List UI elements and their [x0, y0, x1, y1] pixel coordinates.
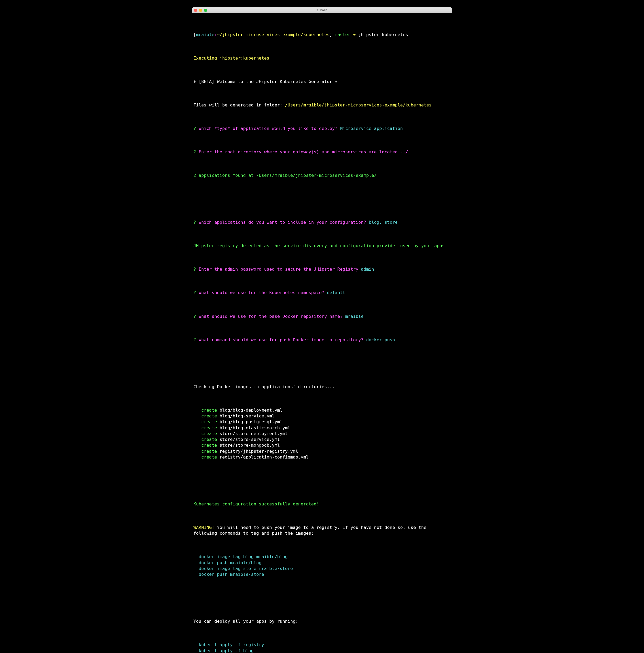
terminal-window: 1. bash [mraible:~/jhipster-microservice… — [192, 7, 452, 653]
blank-line — [193, 595, 451, 601]
create-label: create — [201, 431, 217, 436]
create-file-line: create store/store-mongodb.yml — [193, 442, 451, 448]
create-file-line: create registry/jhipster-registry.yml — [193, 449, 451, 454]
question-answer: blog, store — [369, 220, 398, 225]
question-answer: admin — [361, 267, 374, 272]
files-prefix: Files will be generated in folder: — [193, 102, 285, 107]
create-file-line: create blog/blog-postgresql.yml — [193, 419, 451, 425]
kubectl-command-line: kubectl apply -f blog — [193, 648, 451, 653]
beta-welcome-text: [BETA] Welcome to the JHipster Kubernete… — [199, 79, 337, 84]
docker-command-line: docker image tag blog mraible/blog — [193, 554, 451, 560]
create-label: create — [201, 413, 217, 418]
question-text: What should we use for the base Docker r… — [199, 314, 345, 319]
kubectl-command-line: kubectl apply -f registry — [193, 642, 451, 648]
question-namespace: ? What should we use for the Kubernetes … — [193, 290, 451, 296]
create-filename: blog/blog-postgresql.yml — [219, 419, 282, 424]
success-line: Kubernetes configuration successfully ge… — [193, 501, 451, 507]
docker-command-line: docker image tag store mraible/store — [193, 566, 451, 572]
create-label: create — [201, 425, 217, 430]
files-folder-line: Files will be generated in folder: /User… — [193, 102, 451, 108]
question-root-dir: ? Enter the root directory where your ga… — [193, 149, 451, 155]
create-file-line: create store/store-service.yml — [193, 437, 451, 442]
deploy-header-line: You can deploy all your apps by running: — [193, 619, 451, 624]
question-marker-icon: ? — [193, 126, 199, 131]
create-filename: registry/jhipster-registry.yml — [219, 449, 298, 454]
create-label: create — [201, 437, 217, 442]
checking-docker-line: Checking Docker images in applications' … — [193, 384, 451, 390]
create-filename: store/store-mongodb.yml — [219, 443, 280, 448]
create-file-line: create blog/blog-deployment.yml — [193, 407, 451, 413]
prompt-pm: ± — [351, 32, 358, 37]
bracket-open: [ — [193, 32, 196, 37]
question-text: Which *type* of application would you li… — [199, 126, 340, 131]
blank-line — [193, 478, 451, 484]
prompt-colon: : — [214, 32, 217, 37]
create-label: create — [201, 419, 217, 424]
docker-command-line: docker push mraible/blog — [193, 560, 451, 566]
create-filename: blog/blog-deployment.yml — [219, 408, 282, 413]
create-file-line: create blog/blog-service.yml — [193, 413, 451, 419]
question-include-apps: ? Which applications do you want to incl… — [193, 219, 451, 225]
question-marker-icon: ? — [193, 149, 199, 154]
window-titlebar: 1. bash — [192, 7, 452, 13]
create-filename: store/store-deployment.yml — [219, 431, 287, 436]
create-filename: blog/blog-elasticsearch.yml — [219, 425, 290, 430]
files-path: /Users/mraible/jhipster-microservices-ex… — [285, 102, 432, 107]
question-answer: mraible — [345, 314, 364, 319]
kubectl-command: kubectl apply -f blog — [199, 648, 254, 653]
helm-icon: ⎈ — [193, 79, 199, 84]
beta-welcome-line: ⎈ [BETA] Welcome to the JHipster Kuberne… — [193, 79, 451, 84]
create-file-line: create blog/blog-elasticsearch.yml — [193, 425, 451, 431]
prompt-cwd: ~/jhipster-microservices-example/kuberne… — [217, 32, 329, 37]
terminal-content[interactable]: [mraible:~/jhipster-microservices-exampl… — [192, 13, 452, 653]
question-marker-icon: ? — [193, 314, 199, 319]
apps-found-text: applications found at /Users/mraible/jhi… — [196, 173, 377, 178]
question-app-type: ? Which *type* of application would you … — [193, 126, 451, 131]
command-text: jhipster kubernetes — [358, 32, 408, 37]
question-text: Enter the admin password used to secure … — [199, 267, 361, 272]
question-docker-repo: ? What should we use for the base Docker… — [193, 314, 451, 319]
prompt-user: mraible — [196, 32, 214, 37]
create-file-line: create store/store-deployment.yml — [193, 431, 451, 437]
docker-command: docker image tag blog mraible/blog — [199, 554, 288, 559]
docker-command: docker push mraible/blog — [199, 560, 261, 565]
docker-command: docker push mraible/store — [199, 572, 264, 577]
create-filename: blog/blog-service.yml — [219, 413, 275, 418]
docker-command-line: docker push mraible/store — [193, 572, 451, 577]
question-marker-icon: ? — [193, 337, 199, 342]
bracket-close: ] — [330, 32, 335, 37]
question-marker-icon: ? — [193, 290, 199, 295]
question-text: Enter the root directory where your gate… — [199, 149, 408, 154]
apps-found-count: 2 — [193, 173, 196, 178]
warning-line: WARNING! You will need to push your imag… — [193, 525, 451, 536]
create-label: create — [201, 455, 217, 460]
question-text: What should we use for the Kubernetes na… — [199, 290, 327, 295]
executing-line: Executing jhipster:kubernetes — [193, 55, 451, 61]
question-text: What command should we use for push Dock… — [199, 337, 366, 342]
question-admin-password: ? Enter the admin password used to secur… — [193, 266, 451, 272]
kubectl-command: kubectl apply -f registry — [199, 642, 264, 647]
create-label: create — [201, 408, 217, 413]
apps-found-line: 2 applications found at /Users/mraible/j… — [193, 173, 451, 178]
docker-command: docker image tag store mraible/store — [199, 566, 293, 571]
create-label: create — [201, 443, 217, 448]
warning-text: You will need to push your image to a re… — [193, 525, 429, 536]
question-answer: Microservice application — [340, 126, 403, 131]
create-filename: registry/application-configmap.yml — [219, 455, 309, 460]
question-marker-icon: ? — [193, 220, 199, 225]
create-filename: store/store-service.yml — [219, 437, 280, 442]
create-label: create — [201, 449, 217, 454]
prompt-line-1: [mraible:~/jhipster-microservices-exampl… — [193, 32, 451, 38]
question-text: Which applications do you want to includ… — [199, 220, 369, 225]
blank-line — [193, 361, 451, 366]
question-push-cmd: ? What command should we use for push Do… — [193, 337, 451, 343]
prompt-branch: master — [335, 32, 351, 37]
question-answer: default — [327, 290, 345, 295]
registry-detected-line: JHipster registry detected as the servic… — [193, 243, 451, 249]
warning-label: WARNING! — [193, 525, 214, 530]
create-file-line: create registry/application-configmap.ym… — [193, 454, 451, 460]
blank-line — [193, 196, 451, 202]
window-title: 1. bash — [192, 8, 452, 13]
question-marker-icon: ? — [193, 267, 199, 272]
question-answer: docker push — [366, 337, 395, 342]
